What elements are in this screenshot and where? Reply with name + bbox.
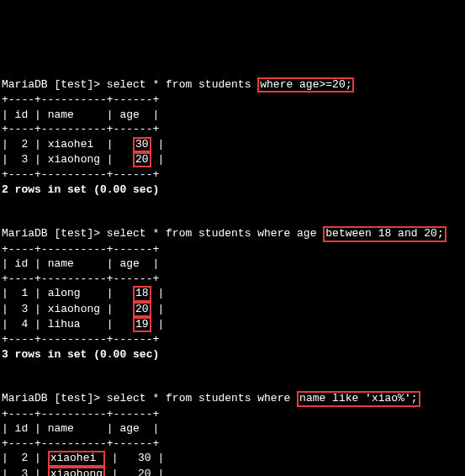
- highlight-age-20: 20: [133, 302, 151, 317]
- highlight-age-18: 18: [133, 286, 151, 301]
- table-border: +----+----------+------+: [2, 272, 159, 285]
- table-border: +----+----------+------+: [2, 243, 159, 256]
- result-summary: 2 rows in set (0.00 sec): [2, 183, 159, 196]
- sql-prefix: select * from students: [107, 78, 257, 91]
- highlight-name-xiaohong: xiaohong: [48, 467, 105, 476]
- col-name: name: [48, 257, 74, 270]
- cell-id: 2: [21, 452, 28, 464]
- prompt: MariaDB [test]>: [2, 227, 107, 240]
- col-age: age: [119, 422, 139, 435]
- highlight-where-age-gte20: where age>=20;: [257, 77, 354, 93]
- prompt: MariaDB [test]>: [2, 78, 107, 91]
- table-border: +----+----------+------+: [2, 333, 159, 346]
- cell-name: xiaohei: [48, 138, 100, 151]
- cell-name: along: [48, 287, 100, 299]
- col-name: name: [48, 108, 74, 121]
- table-border: +----+----------+------+: [2, 408, 159, 420]
- col-name: name: [48, 422, 74, 435]
- result-summary: 3 rows in set (0.00 sec): [2, 348, 159, 361]
- col-id: id: [15, 108, 29, 121]
- cell-id: 3: [21, 153, 28, 166]
- cell-name: xiaohong: [48, 153, 100, 166]
- sql-prefix: select * from students where age: [107, 227, 323, 240]
- sql-prefix: select * from students where: [107, 392, 297, 405]
- col-id: id: [15, 422, 29, 435]
- cell-age: 30: [138, 452, 151, 464]
- cell-id: 3: [21, 468, 28, 476]
- highlight-age-20: 20: [133, 152, 151, 167]
- table-border: +----+----------+------+: [2, 168, 159, 181]
- col-age: age: [119, 257, 139, 270]
- table-border: +----+----------+------+: [2, 437, 159, 450]
- cell-name: lihua: [48, 318, 100, 331]
- highlight-name-like-xiao: name like 'xiao%';: [297, 391, 420, 406]
- highlight-name-xiaohei: xiaohei: [48, 451, 105, 466]
- highlight-age-19: 19: [133, 317, 151, 332]
- cell-id: 4: [21, 318, 28, 331]
- highlight-age-30: 30: [133, 137, 151, 152]
- cell-id: 3: [21, 303, 28, 315]
- table-border: +----+----------+------+: [2, 123, 159, 135]
- table-border: +----+----------+------+: [2, 93, 159, 106]
- col-id: id: [15, 257, 29, 270]
- cell-name: xiaohong: [48, 303, 100, 315]
- cell-id: 1: [21, 287, 28, 299]
- prompt: MariaDB [test]>: [2, 392, 107, 405]
- highlight-between-18-20: between 18 and 20;: [323, 226, 446, 241]
- cell-age: 20: [138, 468, 151, 476]
- col-age: age: [119, 108, 139, 121]
- cell-id: 2: [21, 138, 28, 151]
